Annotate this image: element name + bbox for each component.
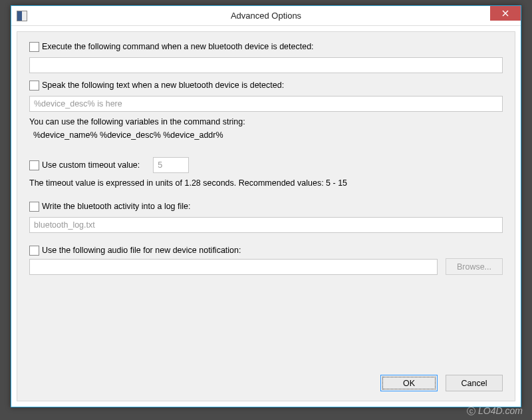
dialog-window: Advanced Options Execute the following c… <box>11 5 521 407</box>
log-file-input[interactable] <box>29 217 503 233</box>
timeout-hint: The timeout value is expressed in units … <box>29 177 503 189</box>
speak-row: Speak the following text when a new blue… <box>29 80 503 91</box>
timeout-label: Use custom timeout value: <box>42 160 140 170</box>
client-area: Execute the following command when a new… <box>17 31 515 401</box>
app-icon <box>17 11 27 21</box>
timeout-value-input[interactable] <box>153 157 189 173</box>
titlebar: Advanced Options <box>11 6 521 26</box>
copyright-icon: c <box>467 407 475 415</box>
execute-row: Execute the following command when a new… <box>29 41 503 52</box>
close-icon <box>502 10 509 17</box>
window-title: Advanced Options <box>11 11 521 21</box>
close-button[interactable] <box>490 6 521 21</box>
timeout-row: Use custom timeout value: <box>29 157 503 173</box>
audio-row-header: Use the following audio file for new dev… <box>29 245 503 256</box>
dialog-buttons: OK Cancel <box>380 375 503 391</box>
timeout-checkbox[interactable] <box>29 160 39 170</box>
log-checkbox[interactable] <box>29 202 39 212</box>
log-label: Write the bluetooth activity into a log … <box>42 201 191 212</box>
audio-label: Use the following audio file for new dev… <box>42 245 241 256</box>
variables-hint: You can use the following variables in t… <box>29 116 503 128</box>
log-row: Write the bluetooth activity into a log … <box>29 201 503 212</box>
cancel-button[interactable]: Cancel <box>446 375 503 391</box>
variables-list: %device_name% %device_desc% %device_addr… <box>29 130 503 140</box>
speak-checkbox[interactable] <box>29 81 39 91</box>
audio-input-row: Browse... <box>29 258 503 275</box>
speak-label: Speak the following text when a new blue… <box>42 80 284 91</box>
execute-label: Execute the following command when a new… <box>42 41 314 52</box>
execute-command-input[interactable] <box>29 57 503 73</box>
audio-file-input[interactable] <box>29 259 438 275</box>
browse-button[interactable]: Browse... <box>446 258 503 275</box>
audio-checkbox[interactable] <box>29 246 39 256</box>
ok-button[interactable]: OK <box>380 375 438 391</box>
execute-checkbox[interactable] <box>29 42 39 52</box>
speak-text-input[interactable] <box>29 96 503 112</box>
